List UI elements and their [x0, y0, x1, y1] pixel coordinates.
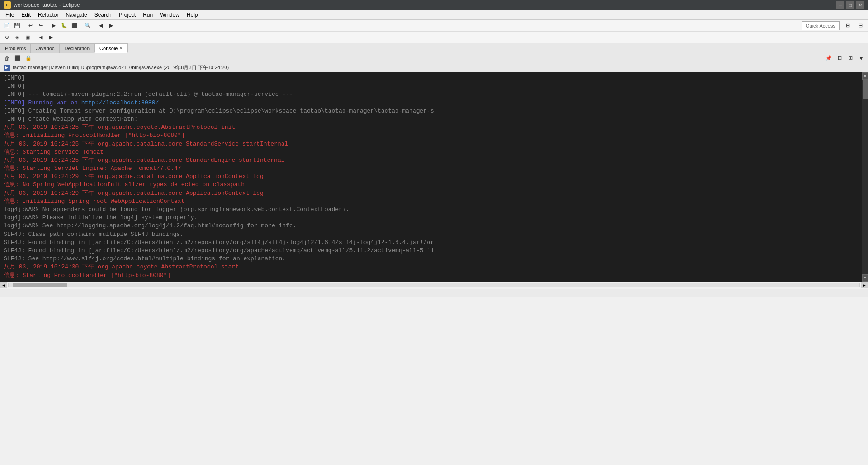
toolbar2-btn2[interactable]: ◈ [12, 33, 22, 42]
secondary-toolbar: ⊙ ◈ ▣ ◀ ▶ [0, 32, 868, 43]
console-maximize-btn[interactable]: ⊞ [845, 53, 855, 63]
scrollbar-track [862, 80, 868, 274]
menu-help[interactable]: Help [183, 11, 202, 19]
h-scrollbar-track[interactable] [8, 283, 860, 287]
console-line: 信息: No Spring WebApplicationInitializer … [4, 181, 858, 189]
console-line: 八月 03, 2019 10:24:29 下午 org.apache.catal… [4, 189, 858, 197]
close-button[interactable]: ✕ [856, 1, 864, 9]
console-line: SLF4J: Found binding in [jar:file:/C:/Us… [4, 239, 858, 247]
search-button[interactable]: 🔍 [83, 21, 93, 31]
menu-window[interactable]: Window [156, 11, 183, 19]
console-line: SLF4J: Class path contains multiple SLF4… [4, 230, 858, 239]
window-title: workspace_taotao - Eclipse [14, 2, 836, 8]
console-line: 八月 03, 2019 10:24:25 下午 org.apache.catal… [4, 156, 858, 164]
toolbar2-btn5[interactable]: ▶ [46, 33, 56, 42]
sep4 [94, 22, 94, 30]
main-toolbar: 📄 💾 ↩ ↪ ▶ 🐛 ⬛ 🔍 ◀ ▶ Quick Access ⊞ ⊟ [0, 20, 868, 32]
console-line: 八月 03, 2019 10:24:25 下午 org.apache.coyot… [4, 123, 858, 132]
console-line: [INFO] Running war on http://localhost:8… [4, 99, 858, 107]
console-line: 信息: Initializing ProtocolHandler ["http-… [4, 132, 858, 140]
path-text: taotao-manager [Maven Build] D:\program\… [13, 64, 229, 71]
next-button[interactable]: ▶ [106, 21, 116, 31]
console-line: [INFO] [4, 74, 858, 82]
tab-declaration-label: Declaration [64, 46, 90, 51]
sep5 [118, 22, 118, 30]
path-icon: ▶ [4, 65, 10, 71]
console-minimize-btn[interactable]: ⊟ [835, 53, 844, 63]
console-clear-btn[interactable]: 🗑 [2, 53, 12, 63]
quick-access-input[interactable]: Quick Access [802, 21, 840, 30]
maximize-button[interactable]: □ [846, 1, 854, 9]
console-line: SLF4J: See http://www.slf4j.org/codes.ht… [4, 255, 858, 263]
menu-refactor[interactable]: Refactor [34, 11, 62, 19]
vertical-scrollbar[interactable]: ▲ ▼ [862, 72, 868, 282]
tab-problems-label: Problems [5, 46, 26, 51]
console-panel: Problems Javadoc Declaration Console ✕ 🗑… [0, 43, 868, 289]
console-toolbar: 🗑 ⬛ 🔒 📌 ⊟ ⊞ ▼ [0, 53, 868, 63]
tab-javadoc[interactable]: Javadoc [31, 43, 59, 53]
console-scroll-lock-btn[interactable]: 🔒 [24, 53, 33, 63]
menu-project[interactable]: Project [115, 11, 139, 19]
prev-button[interactable]: ◀ [96, 21, 106, 31]
save-button[interactable]: 💾 [12, 21, 22, 31]
scroll-right-btn[interactable]: ▶ [861, 282, 868, 288]
new-button[interactable]: 📄 [2, 21, 12, 31]
scrollbar-down-btn[interactable]: ▼ [862, 274, 868, 282]
console-line: 八月 03, 2019 10:24:29 下午 org.apache.catal… [4, 173, 858, 181]
console-line: 信息: Starting service Tomcat [4, 148, 858, 156]
tab-problems[interactable]: Problems [0, 43, 31, 53]
stop-button[interactable]: ⬛ [70, 21, 80, 31]
console-line: log4j:WARN No appenders could be found f… [4, 206, 858, 214]
tab-declaration[interactable]: Declaration [59, 43, 94, 53]
console-stop-btn[interactable]: ⬛ [13, 53, 23, 63]
menu-navigate[interactable]: Navigate [62, 11, 90, 19]
run-button[interactable]: ▶ [49, 21, 59, 31]
undo-button[interactable]: ↩ [25, 21, 35, 31]
scrollbar-up-btn[interactable]: ▲ [862, 72, 868, 80]
path-bar: ▶ taotao-manager [Maven Build] D:\progra… [0, 63, 868, 72]
debug-button[interactable]: 🐛 [59, 21, 69, 31]
window-controls: ─ □ ✕ [836, 1, 864, 9]
tab-console-close[interactable]: ✕ [119, 46, 123, 51]
console-menu-btn[interactable]: ▼ [856, 53, 866, 63]
console-line: 信息: Starting Servlet Engine: Apache Tomc… [4, 164, 858, 173]
toolbar2-btn3[interactable]: ▣ [23, 33, 33, 42]
console-wrapper: [INFO][INFO][INFO] --- tomcat7-maven-plu… [0, 72, 868, 282]
console-output[interactable]: [INFO][INFO][INFO] --- tomcat7-maven-plu… [0, 72, 862, 282]
menu-run[interactable]: Run [139, 11, 156, 19]
menu-edit[interactable]: Edit [18, 11, 34, 19]
toolbar2-btn1[interactable]: ⊙ [2, 33, 12, 42]
redo-button[interactable]: ↪ [36, 21, 46, 31]
console-line: 信息: Initializing Spring root WebApplicat… [4, 197, 858, 206]
console-pin-btn[interactable]: 📌 [824, 53, 834, 63]
menu-search[interactable]: Search [91, 11, 115, 19]
menu-bar: File Edit Refactor Navigate Search Proje… [0, 10, 868, 20]
toolbar2-btn4[interactable]: ◀ [36, 33, 46, 42]
title-bar: E workspace_taotao - Eclipse ─ □ ✕ [0, 0, 868, 10]
console-line: 八月 03, 2019 10:24:30 下午 org.apache.coyot… [4, 263, 858, 271]
scroll-left-btn[interactable]: ◀ [0, 282, 7, 288]
h-scrollbar-thumb[interactable] [13, 283, 67, 287]
horizontal-scrollbar-bar: ◀ ▶ [0, 282, 868, 289]
tab-console[interactable]: Console ✕ [94, 43, 128, 53]
console-link[interactable]: http://localhost:8080/ [81, 99, 159, 106]
console-line: [INFO] [4, 82, 858, 90]
console-line: 八月 03, 2019 10:24:25 下午 org.apache.catal… [4, 140, 858, 148]
tab-javadoc-label: Javadoc [36, 46, 54, 51]
console-toolbar-right: 📌 ⊟ ⊞ ▼ [824, 53, 866, 63]
console-line: [INFO] --- tomcat7-maven-plugin:2.2:run … [4, 90, 858, 99]
console-line: log4j:WARN See http://logging.apache.org… [4, 222, 858, 230]
view-btn[interactable]: ⊟ [854, 21, 866, 31]
menu-file[interactable]: File [2, 11, 18, 19]
app-icon: E [4, 1, 11, 9]
sep2 [47, 22, 47, 30]
tabs-bar: Problems Javadoc Declaration Console ✕ [0, 43, 868, 53]
sep6 [34, 33, 34, 42]
minimize-button[interactable]: ─ [836, 1, 844, 9]
status-bar [0, 289, 868, 297]
console-line: log4j:WARN Please initialize the log4j s… [4, 214, 858, 222]
perspective-btn[interactable]: ⊞ [842, 21, 854, 31]
scrollbar-thumb[interactable] [863, 80, 868, 99]
sep3 [81, 22, 81, 30]
console-line: 信息: Starting ProtocolHandler ["http-bio-… [4, 272, 858, 280]
